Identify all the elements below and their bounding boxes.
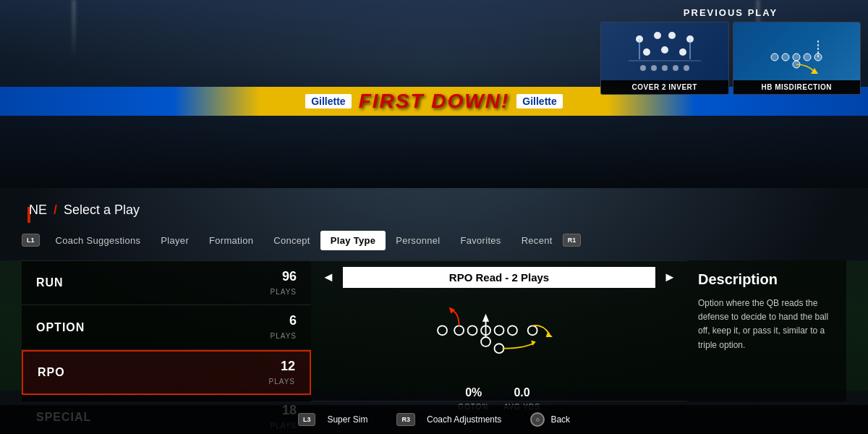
first-down-text: FIRST DOWN! — [359, 90, 510, 113]
nav-tabs: L1 Coach Suggestions Player Formation Co… — [22, 228, 846, 252]
play-card-defense-label: COVER 2 INVERT — [601, 80, 728, 94]
tab-favorites[interactable]: Favorites — [450, 231, 511, 250]
svg-point-23 — [454, 326, 464, 335]
main-ui: NE / Select a Play L1 Coach Suggestions … — [0, 203, 868, 434]
play-type-option-count: 6 PLAYS — [271, 313, 297, 341]
description-text: Option where the QB reads the defense to… — [698, 297, 835, 352]
svg-point-28 — [438, 326, 447, 335]
play-type-rpo-count: 12 PLAYS — [269, 359, 296, 387]
play-type-option[interactable]: OPTION 6 PLAYS — [22, 305, 311, 350]
svg-point-12 — [684, 65, 689, 71]
breadcrumb-page: Select a Play — [64, 203, 140, 217]
svg-marker-33 — [482, 314, 489, 322]
svg-point-18 — [804, 54, 811, 61]
svg-point-1 — [654, 32, 661, 39]
svg-point-27 — [508, 326, 517, 335]
play-type-option-name: OPTION — [36, 321, 85, 334]
previous-play-title: PREVIOUS PLAY — [600, 7, 861, 18]
tab-formation[interactable]: Formation — [199, 231, 263, 250]
play-selector: ◄ RPO Read - 2 Plays ► — [311, 261, 687, 294]
svg-point-26 — [495, 326, 504, 335]
tab-recent[interactable]: Recent — [511, 231, 563, 250]
gillette-logo-left: Gillette — [305, 94, 351, 109]
coach-adjustments-action[interactable]: R3 Coach Adjustments — [396, 413, 501, 426]
svg-point-16 — [782, 54, 789, 61]
svg-point-4 — [643, 48, 650, 56]
l1-button[interactable]: L1 — [22, 234, 40, 247]
play-card-offense: HB MISDIRECTION — [733, 22, 861, 95]
tab-play-type[interactable]: Play Type — [320, 231, 386, 250]
play-diagram-offense — [733, 22, 861, 80]
play-diagram-defense — [601, 22, 728, 80]
play-cards-container: COVER 2 INVERT — [600, 22, 861, 95]
super-sim-label: Super Sim — [327, 414, 367, 425]
play-type-run-count: 96 PLAYS — [271, 269, 297, 297]
svg-point-15 — [771, 54, 778, 61]
svg-point-8 — [651, 65, 657, 71]
goto-value: 0% — [458, 386, 489, 399]
r3-button[interactable]: R3 — [396, 413, 415, 426]
play-diagram-svg — [420, 294, 579, 380]
r1-button[interactable]: R1 — [563, 234, 582, 247]
play-type-rpo-name: RPO — [38, 366, 65, 379]
back-action[interactable]: ○ Back — [530, 412, 570, 427]
svg-point-5 — [661, 46, 668, 54]
gillette-logo-right: Gillette — [516, 94, 562, 109]
tab-player[interactable]: Player — [150, 231, 199, 250]
breadcrumb-team: NE — [29, 203, 47, 217]
bottom-bar: L3 Super Sim R3 Coach Adjustments ○ Back — [0, 405, 868, 434]
svg-marker-36 — [531, 341, 535, 346]
tab-coach-suggestions[interactable]: Coach Suggestions — [46, 231, 151, 250]
prev-play-button[interactable]: ◄ — [320, 270, 337, 285]
avg-yds-value: 0.0 — [503, 386, 540, 399]
play-diagram-panel: ◄ RPO Read - 2 Plays ► — [311, 260, 687, 401]
circle-button[interactable]: ○ — [530, 412, 545, 427]
svg-point-29 — [528, 326, 537, 335]
svg-point-2 — [668, 32, 676, 39]
breadcrumb: NE / Select a Play — [29, 203, 140, 218]
svg-point-30 — [481, 337, 490, 346]
coach-adjustments-label: Coach Adjustments — [427, 414, 501, 425]
svg-point-9 — [662, 65, 668, 71]
svg-marker-35 — [546, 332, 553, 337]
svg-marker-34 — [449, 307, 455, 313]
content-area: RUN 96 PLAYS OPTION 6 PLAYS RPO 12 PLAYS — [22, 260, 846, 401]
svg-point-11 — [640, 65, 646, 71]
play-card-defense: COVER 2 INVERT — [600, 22, 729, 95]
play-name-display: RPO Read - 2 Plays — [343, 267, 655, 288]
description-title: Description — [698, 271, 835, 288]
description-panel: Description Option where the QB reads th… — [687, 260, 846, 401]
svg-point-31 — [495, 344, 504, 353]
play-type-run-name: RUN — [36, 276, 64, 289]
svg-point-17 — [793, 54, 800, 61]
previous-play-panel: PREVIOUS PLAY — [600, 7, 861, 95]
play-type-list: RUN 96 PLAYS OPTION 6 PLAYS RPO 12 PLAYS — [22, 260, 311, 401]
play-type-run[interactable]: RUN 96 PLAYS — [22, 260, 311, 305]
svg-point-10 — [673, 65, 678, 71]
tab-personnel[interactable]: Personnel — [386, 231, 450, 250]
next-play-button[interactable]: ► — [661, 270, 678, 285]
tab-concept[interactable]: Concept — [263, 231, 320, 250]
l3-button[interactable]: L3 — [298, 413, 316, 426]
play-card-offense-label: HB MISDIRECTION — [733, 80, 861, 94]
svg-point-24 — [468, 326, 477, 335]
play-type-rpo[interactable]: RPO 12 PLAYS — [22, 350, 311, 395]
super-sim-action[interactable]: L3 Super Sim — [298, 413, 368, 426]
play-diagram-area — [311, 294, 687, 380]
back-label: Back — [550, 414, 570, 425]
breadcrumb-separator: / — [50, 203, 61, 217]
svg-point-6 — [679, 48, 686, 56]
